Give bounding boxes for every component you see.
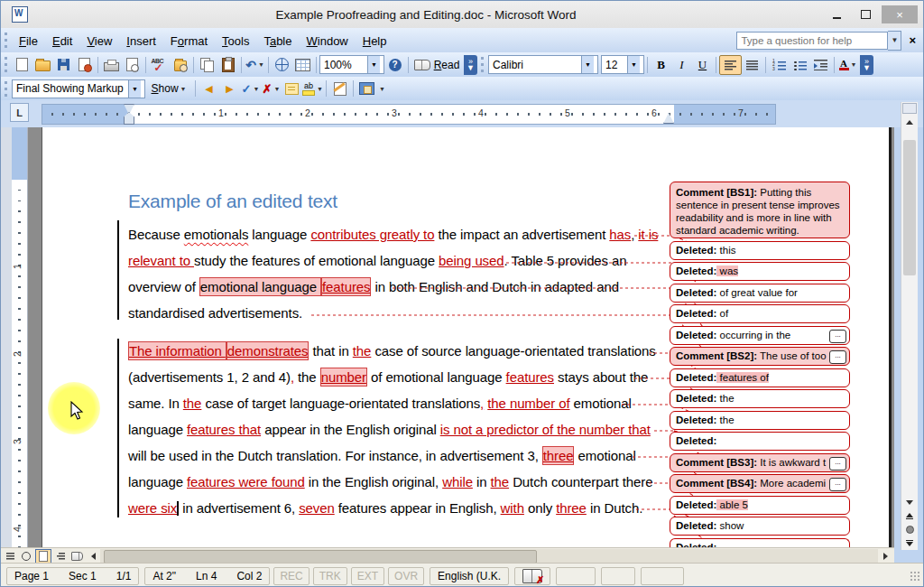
vertical-ruler[interactable]: 1234 [12,127,28,547]
toolbar-overflow-button[interactable]: »▼ [464,55,477,75]
numbering-button[interactable] [769,55,790,75]
track-changes-button[interactable] [329,79,350,98]
print-layout-view-button[interactable] [35,549,51,564]
print-button[interactable] [101,55,122,75]
accept-change-button[interactable]: ✓▼ [240,79,261,98]
reading-layout-view-button[interactable] [69,550,84,563]
save-button[interactable] [53,55,74,75]
toolbar-grip[interactable] [5,81,7,97]
normal-view-button[interactable] [3,550,17,563]
tab-selector[interactable]: L [10,103,29,122]
permission-button[interactable] [74,55,95,75]
font-color-button[interactable]: A▼ [837,55,858,75]
deleted-balloon[interactable]: Deleted: show [670,517,850,536]
display-for-review-combo[interactable]: Final Showing Markup▼ [12,79,145,98]
bullets-button[interactable] [790,55,810,75]
paste-button[interactable] [217,55,238,75]
balloon-more-button[interactable]: ... [829,457,846,471]
toolbar-grip[interactable] [481,57,484,72]
resize-grip[interactable] [910,571,920,582]
balloon-more-button[interactable]: ... [829,330,846,343]
spelling-grammar-button[interactable]: ABC✓ [149,55,170,75]
scroll-left-button[interactable] [84,550,98,563]
font-size-combo[interactable]: 12▼ [601,55,644,74]
vertical-scroll-thumb[interactable] [903,140,916,275]
toolbar-grip[interactable] [5,33,7,48]
research-button[interactable] [170,55,190,75]
outline-view-button[interactable] [53,550,68,563]
new-document-button[interactable] [12,55,32,75]
toolbar-overflow-button[interactable]: »▼ [860,55,873,75]
next-change-button[interactable]: ▶ [219,79,240,98]
font-name-combo[interactable]: Calibri▼ [488,55,598,74]
status-toggle-ovr[interactable]: OVR [388,567,424,585]
comment-balloon[interactable]: Comment [BS2]: The use of too... [670,347,850,366]
insert-comment-button[interactable] [282,79,302,98]
menu-format[interactable]: Format [163,32,215,51]
menubar-close-icon[interactable]: × [909,33,916,47]
deleted-balloon[interactable]: Deleted: the [670,389,850,408]
next-page-button[interactable] [901,536,918,550]
menu-file[interactable]: File [12,32,45,51]
reviewing-pane-button[interactable] [356,79,377,98]
reject-change-button[interactable]: ✗▼ [261,79,282,98]
increase-indent-button[interactable] [810,55,831,75]
print-preview-button[interactable] [122,55,143,75]
italic-button[interactable]: I [671,55,692,75]
balloon-more-button[interactable]: ... [829,350,846,364]
previous-change-button[interactable]: ◀ [199,79,219,98]
horizontal-scroll-track[interactable] [100,549,878,563]
menu-window[interactable]: Window [300,32,356,51]
help-question-input[interactable] [736,32,888,50]
align-left-button[interactable] [719,55,742,75]
menu-edit[interactable]: Edit [45,32,79,51]
comment-balloon[interactable]: Comment [BS3]: It is awkward t... [670,453,850,472]
deleted-balloon[interactable]: Deleted: features of [670,368,850,387]
minimize-button[interactable] [824,5,849,23]
vertical-scrollbar[interactable] [901,102,918,550]
deleted-balloon[interactable]: Deleted: was [670,262,850,281]
close-button[interactable]: × [882,5,918,23]
spelling-status-cell[interactable] [514,567,550,585]
horizontal-scroll-thumb[interactable] [104,550,537,564]
scroll-down-button[interactable] [901,495,918,509]
undo-button[interactable]: ↶▼ [245,55,265,75]
status-toggle-ext[interactable]: EXT [351,567,384,585]
insert-hyperlink-button[interactable] [272,55,292,75]
deleted-balloon[interactable]: Deleted: [670,538,850,548]
language-cell[interactable]: English (U.K. [430,567,509,585]
help-dropdown-icon[interactable]: ▼ [888,31,901,51]
deleted-balloon[interactable]: Deleted: of [670,304,850,323]
help-button[interactable]: ? [384,55,405,75]
zoom-combo[interactable]: 100%▼ [319,55,384,74]
comment-balloon[interactable]: Comment [BS4]: More academi... [670,474,850,493]
insert-table-button[interactable] [292,55,313,75]
horizontal-ruler[interactable]: 1234567 [42,104,776,125]
open-button[interactable] [32,55,53,75]
align-justify-button[interactable] [742,55,762,75]
bold-button[interactable]: B [651,55,671,75]
split-handle[interactable] [902,103,917,114]
balloon-more-button[interactable]: ... [829,478,846,491]
status-toggle-rec[interactable]: REC [273,567,309,585]
show-menu-button[interactable]: Show▼ [145,79,192,98]
deleted-balloon[interactable]: Deleted: the [670,411,850,430]
menu-table[interactable]: Table [256,32,299,51]
deleted-balloon[interactable]: Deleted: able 5 [670,496,850,515]
select-browse-object-button[interactable] [901,523,918,536]
deleted-balloon[interactable]: Deleted: [670,432,850,451]
web-layout-view-button[interactable] [19,550,33,563]
toolbar-options-icon[interactable]: ▼ [379,86,385,92]
scroll-up-button[interactable] [901,115,918,129]
menu-view[interactable]: View [79,32,119,51]
highlight-button[interactable]: ab▼ [302,79,323,98]
comment-balloon[interactable]: Comment [BS1]: Putting this sentence in … [670,182,850,238]
maximize-button[interactable] [853,5,878,23]
menu-insert[interactable]: Insert [119,32,163,51]
underline-button[interactable]: U [692,55,713,75]
deleted-balloon[interactable]: Deleted: occurring in the... [670,326,850,345]
copy-button[interactable] [197,55,217,75]
toolbar-grip[interactable] [5,57,7,72]
previous-page-button[interactable] [901,509,918,523]
read-mode-button[interactable]: Read [411,55,462,75]
